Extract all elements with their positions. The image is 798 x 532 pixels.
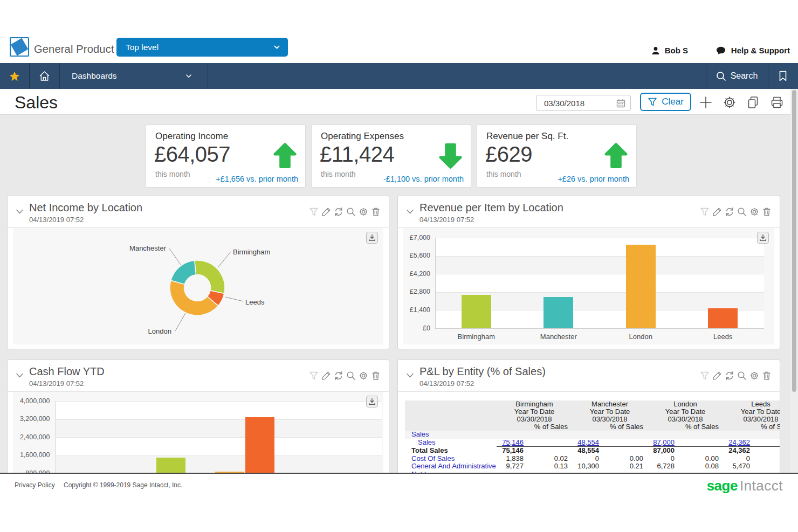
- copy-dashboard-button[interactable]: [746, 95, 760, 109]
- edit-pencil-icon[interactable]: [321, 370, 331, 381]
- favorites-star-button[interactable]: [0, 63, 29, 89]
- kpi-card-operating-expenses: Operating Expenses £11,424 this month -£…: [311, 125, 471, 188]
- gear-icon[interactable]: [749, 370, 759, 381]
- refresh-icon[interactable]: [724, 206, 734, 217]
- donut-chart-area: ManchesterBirminghamLeedsLondon: [13, 228, 383, 344]
- y-axis-label: £1,400: [410, 306, 430, 314]
- export-chart-button[interactable]: [366, 396, 378, 407]
- pnl-header-cell: Manchester: [572, 400, 648, 408]
- pnl-row-label[interactable]: Cost Of Sales: [405, 455, 497, 463]
- nav-dashboards-menu[interactable]: Dashboards: [59, 63, 208, 89]
- pnl-amount-cell: 5,470: [723, 462, 754, 471]
- privacy-policy-link[interactable]: Privacy Policy: [15, 481, 55, 489]
- chart-gridline: [435, 274, 764, 274]
- pnl-amount-cell: 48,554: [572, 439, 603, 447]
- gear-icon[interactable]: [358, 206, 368, 217]
- panel-toolbar: [699, 370, 772, 381]
- kpi-card-operating-income: Operating Income £64,057 this month +£1,…: [146, 125, 306, 188]
- edit-pencil-icon[interactable]: [712, 370, 722, 381]
- vertical-scrollbar[interactable]: [790, 89, 798, 473]
- panel-toolbar: [699, 206, 772, 217]
- logo-diamond-icon: [11, 38, 29, 56]
- chat-bubble-icon: [716, 46, 726, 55]
- pnl-pct-cell: 0.02: [528, 455, 572, 463]
- y-axis-line: [56, 401, 56, 473]
- filter-funnel-icon[interactable]: [699, 206, 710, 217]
- donut-leader-line: [225, 297, 243, 301]
- calendar-icon[interactable]: [616, 99, 625, 108]
- panel-timestamp: 04/13/2019 07:52: [29, 379, 84, 388]
- pnl-header-cell: London: [648, 400, 723, 408]
- trash-icon[interactable]: [370, 370, 381, 381]
- edit-pencil-icon[interactable]: [321, 206, 331, 217]
- page-title: Sales: [15, 93, 58, 113]
- kpi-title: Operating Expenses: [321, 131, 404, 142]
- pnl-table: BirminghamManchesterLondonLeedsYear To D…: [405, 400, 780, 473]
- company-logo: [10, 37, 29, 57]
- pnl-row-label[interactable]: Sales: [405, 439, 497, 447]
- filter-funnel-icon[interactable]: [308, 206, 319, 217]
- date-filter-input[interactable]: 03/30/2018: [536, 95, 631, 111]
- refresh-icon[interactable]: [724, 370, 734, 381]
- chart-gridline: [56, 419, 382, 420]
- donut-label-birmingham: Birmingham: [233, 248, 270, 256]
- trend-arrow-icon: [604, 142, 628, 170]
- nav-search-button[interactable]: Search: [706, 63, 768, 89]
- donut-label-manchester: Manchester: [129, 244, 166, 252]
- pnl-amount-cell: [648, 431, 679, 439]
- bookmark-icon: [779, 71, 787, 81]
- y-axis-label: £4,200: [410, 270, 430, 278]
- trash-icon[interactable]: [370, 206, 381, 217]
- user-menu[interactable]: Bob S: [651, 46, 688, 55]
- add-button[interactable]: [699, 95, 713, 109]
- nav-search-label: Search: [731, 71, 758, 81]
- export-chart-button[interactable]: [757, 232, 769, 244]
- zoom-icon[interactable]: [346, 370, 356, 381]
- filter-funnel-icon[interactable]: [308, 370, 319, 381]
- y-axis-label: £2,800: [410, 288, 430, 295]
- scrollbar-thumb[interactable]: [792, 90, 796, 392]
- bookmark-button[interactable]: [768, 63, 798, 89]
- zoom-icon[interactable]: [737, 370, 747, 381]
- main-nav-bar: Dashboards Search: [0, 63, 798, 89]
- print-button[interactable]: [770, 95, 784, 109]
- zoom-icon[interactable]: [737, 206, 747, 217]
- zoom-icon[interactable]: [346, 206, 356, 217]
- donut-leader-line: [175, 313, 185, 331]
- clear-filter-button[interactable]: Clear: [640, 93, 691, 111]
- pnl-header-cell: 03/30/2018: [723, 416, 780, 423]
- trash-icon[interactable]: [761, 370, 772, 381]
- entity-selector[interactable]: Top level: [116, 38, 288, 57]
- gear-icon[interactable]: [358, 370, 368, 381]
- pnl-pct-cell: [754, 462, 780, 471]
- refresh-icon[interactable]: [333, 206, 343, 217]
- pnl-row-label[interactable]: General And Administrative: [405, 462, 497, 471]
- collapse-chevron-icon[interactable]: [406, 371, 414, 381]
- help-support[interactable]: Help & Support: [716, 46, 790, 55]
- pnl-header-cell: 03/30/2018: [648, 416, 723, 423]
- collapse-chevron-icon[interactable]: [16, 371, 24, 381]
- page-footer: Privacy Policy Copyright © 1999-2019 Sag…: [0, 473, 798, 532]
- filter-funnel-icon[interactable]: [699, 370, 710, 381]
- home-button[interactable]: [29, 63, 59, 89]
- x-axis-label: London: [608, 333, 673, 341]
- panel-title: Net Income by Location: [29, 202, 142, 214]
- pnl-pct-cell: [754, 439, 780, 447]
- collapse-chevron-icon[interactable]: [16, 208, 24, 217]
- pnl-header-cell: 03/30/2018: [497, 416, 572, 423]
- intacct-logo-text: Intacct: [740, 478, 783, 494]
- gear-icon[interactable]: [749, 206, 759, 217]
- search-icon: [716, 71, 726, 81]
- trash-icon[interactable]: [761, 206, 772, 217]
- y-axis-label: £5,600: [410, 252, 430, 259]
- settings-gear-button[interactable]: [723, 95, 737, 109]
- export-chart-button[interactable]: [366, 232, 378, 244]
- refresh-icon[interactable]: [333, 370, 343, 381]
- pnl-pct-cell: 0.00: [679, 455, 723, 463]
- pnl-amount-cell: 0: [723, 455, 754, 463]
- pnl-row-label[interactable]: Sales: [405, 431, 497, 439]
- edit-pencil-icon[interactable]: [712, 206, 722, 217]
- bar-leeds: [708, 308, 738, 328]
- collapse-chevron-icon[interactable]: [406, 208, 414, 217]
- user-icon: [651, 46, 660, 55]
